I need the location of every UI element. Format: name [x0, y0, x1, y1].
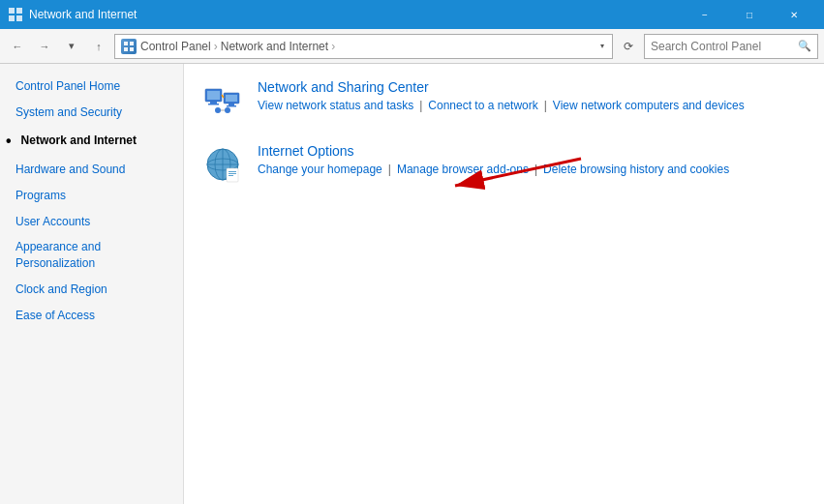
svg-rect-5 [130, 42, 134, 45]
svg-rect-4 [124, 42, 128, 45]
content-area: Network and Sharing Center View network … [184, 64, 824, 504]
sidebar-item-control-panel-home[interactable]: Control Panel Home [0, 74, 183, 100]
internet-options-links: Change your homepage | Manage browser ad… [258, 163, 805, 176]
title-bar-text: Network and Internet [29, 8, 137, 21]
link-sep-3: | [388, 163, 391, 176]
view-computers-link[interactable]: View network computers and devices [553, 99, 745, 112]
sidebar-label-hardware-sound: Hardware and Sound [15, 162, 125, 178]
close-button[interactable]: ✕ [772, 0, 816, 29]
up-button[interactable]: ↑ [87, 35, 110, 58]
view-network-link[interactable]: View network status and tasks [258, 99, 413, 112]
svg-rect-2 [9, 15, 15, 21]
internet-options-content: Internet Options Change your homepage | … [258, 143, 805, 176]
svg-rect-1 [16, 8, 22, 14]
svg-rect-3 [16, 15, 22, 21]
breadcrumb: Control Panel › Network and Internet › [140, 40, 335, 53]
svg-rect-26 [229, 171, 236, 172]
address-dropdown-arrow[interactable]: ▾ [598, 40, 606, 52]
maximize-button[interactable]: □ [727, 0, 772, 29]
svg-rect-9 [207, 91, 220, 100]
link-sep-2: | [544, 99, 547, 112]
link-sep-4: | [534, 163, 537, 176]
svg-line-16 [222, 95, 224, 98]
svg-rect-14 [229, 104, 234, 105]
sidebar-item-ease-of-access[interactable]: Ease of Access [0, 303, 183, 329]
app-icon [8, 7, 23, 22]
minimize-button[interactable]: − [683, 0, 727, 29]
search-input[interactable] [651, 40, 794, 53]
sidebar-label-ease-of-access: Ease of Access [15, 308, 95, 324]
sidebar-item-user-accounts[interactable]: User Accounts [0, 209, 183, 235]
breadcrumb-part1[interactable]: Control Panel [140, 40, 211, 53]
dropdown-button[interactable]: ▾ [60, 35, 83, 58]
sidebar-item-programs[interactable]: Programs [0, 183, 183, 209]
sidebar-item-system-security[interactable]: System and Security [0, 100, 183, 126]
svg-rect-6 [124, 47, 128, 51]
sidebar-label-appearance: Appearance and Personalization [15, 239, 168, 272]
svg-point-17 [215, 107, 221, 113]
title-bar: Network and Internet − □ ✕ [0, 0, 824, 29]
network-sharing-section: Network and Sharing Center View network … [203, 79, 805, 120]
back-button[interactable]: ← [6, 35, 29, 58]
internet-options-title[interactable]: Internet Options [258, 143, 805, 159]
internet-options-section: Internet Options Change your homepage | … [203, 143, 805, 184]
sidebar-label-programs: Programs [15, 188, 66, 204]
sidebar-label-network-internet: Network and Internet [21, 133, 137, 149]
network-sharing-links: View network status and tasks | Connect … [258, 99, 805, 112]
address-dropdown: ▾ [598, 40, 606, 52]
title-bar-controls: − □ ✕ [683, 0, 816, 29]
connect-network-link[interactable]: Connect to a network [428, 99, 537, 112]
sidebar-item-hardware-sound[interactable]: Hardware and Sound [0, 157, 183, 183]
sidebar-label-user-accounts: User Accounts [15, 214, 90, 230]
sidebar-item-network-internet[interactable]: Network and Internet [0, 126, 183, 157]
network-sharing-title[interactable]: Network and Sharing Center [258, 79, 805, 95]
title-bar-left: Network and Internet [8, 7, 137, 22]
sidebar-item-clock-region[interactable]: Clock and Region [0, 277, 183, 303]
sidebar-label-system-security: System and Security [15, 104, 122, 121]
delete-history-link[interactable]: Delete browsing history and cookies [543, 163, 729, 176]
main-container: Control Panel Home System and Security N… [0, 64, 824, 504]
svg-rect-0 [9, 8, 15, 14]
search-box[interactable]: 🔍 [644, 34, 818, 59]
svg-rect-10 [210, 102, 217, 104]
network-sharing-content: Network and Sharing Center View network … [258, 79, 805, 112]
link-sep-1: | [419, 99, 422, 112]
sidebar-label-clock-region: Clock and Region [15, 282, 107, 298]
svg-rect-15 [227, 105, 236, 107]
manage-addons-link[interactable]: Manage browser add-ons [397, 163, 529, 176]
svg-rect-7 [130, 47, 134, 51]
internet-options-icon [203, 145, 242, 184]
address-bar[interactable]: Control Panel › Network and Internet › ▾ [114, 34, 613, 59]
svg-rect-27 [229, 173, 236, 174]
sidebar-label-control-panel-home: Control Panel Home [15, 78, 120, 95]
svg-rect-13 [226, 95, 237, 102]
breadcrumb-sep1: › [214, 40, 218, 53]
forward-button[interactable]: → [33, 35, 56, 58]
refresh-button[interactable]: ⟳ [617, 35, 640, 58]
change-homepage-link[interactable]: Change your homepage [258, 163, 382, 176]
breadcrumb-sep2: › [331, 40, 335, 53]
sidebar-item-appearance[interactable]: Appearance and Personalization [0, 234, 183, 277]
network-sharing-icon [203, 81, 242, 120]
svg-rect-28 [229, 175, 233, 176]
breadcrumb-part2[interactable]: Network and Internet [221, 40, 328, 53]
svg-point-18 [225, 107, 230, 113]
svg-rect-11 [208, 104, 219, 105]
nav-bar: ← → ▾ ↑ Control Panel › Network and Inte… [0, 29, 824, 64]
breadcrumb-icon [121, 39, 137, 54]
sidebar: Control Panel Home System and Security N… [0, 64, 184, 504]
search-icon[interactable]: 🔍 [798, 40, 811, 52]
